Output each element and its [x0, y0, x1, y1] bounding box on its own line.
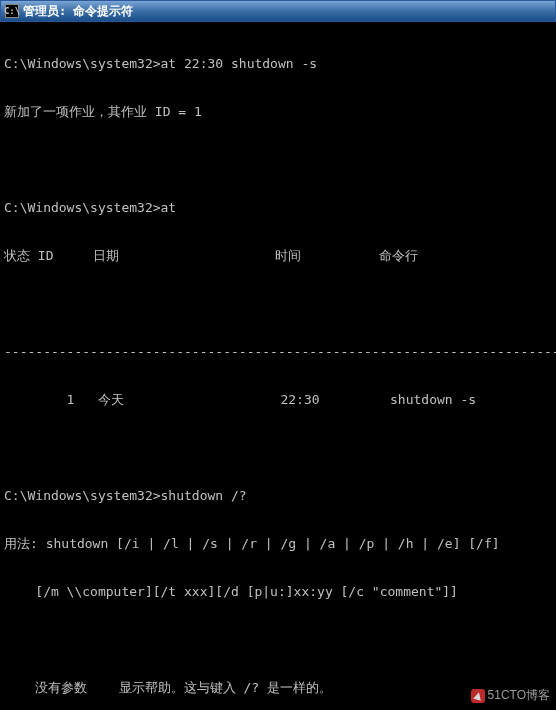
- output-line: 状态 ID 日期 时间 命令行: [4, 248, 552, 264]
- output-line: 新加了一项作业，其作业 ID = 1: [4, 104, 552, 120]
- output-line: [/m \\computer][/t xxx][/d [p|u:]xx:yy […: [4, 584, 552, 600]
- watermark-icon: [471, 689, 485, 703]
- output-line: C:\Windows\system32>at 22:30 shutdown -s: [4, 56, 552, 72]
- window-title: 管理员: 命令提示符: [23, 3, 133, 20]
- watermark: 51CTO博客: [471, 687, 550, 704]
- output-line: [4, 632, 552, 648]
- output-line: 用法: shutdown [/i | /l | /s | /r | /g | /…: [4, 536, 552, 552]
- output-line: 1 今天 22:30 shutdown -s: [4, 392, 552, 408]
- output-line: C:\Windows\system32>at: [4, 200, 552, 216]
- output-line: C:\Windows\system32>shutdown /?: [4, 488, 552, 504]
- output-line: [4, 296, 552, 312]
- output-line: [4, 440, 552, 456]
- title-bar[interactable]: C:\ 管理员: 命令提示符: [0, 0, 556, 22]
- cmd-icon: C:\: [5, 4, 19, 18]
- output-line: ----------------------------------------…: [4, 344, 552, 360]
- terminal-output: C:\Windows\system32>at 22:30 shutdown -s…: [0, 22, 556, 710]
- watermark-text: 51CTO博客: [488, 687, 550, 704]
- output-line: [4, 152, 552, 168]
